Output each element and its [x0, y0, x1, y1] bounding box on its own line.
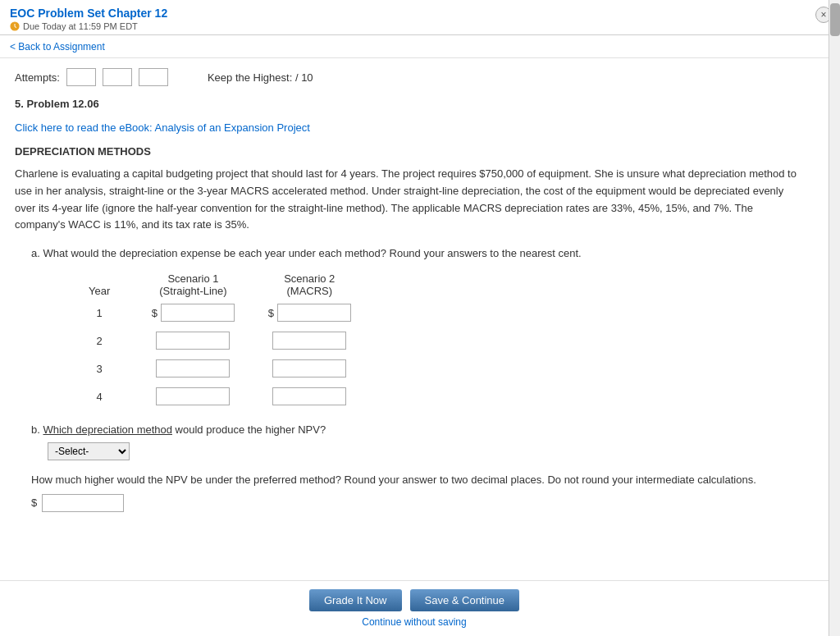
- s1-year1-input[interactable]: [161, 304, 235, 322]
- attempt-box-1: [66, 68, 96, 86]
- s2-year1-input[interactable]: [277, 304, 351, 322]
- part-a-question: a. What would the depreciation expense b…: [31, 247, 797, 259]
- table-row: 4: [64, 382, 368, 410]
- s2-year2-input[interactable]: [272, 332, 346, 350]
- year-cell-2: 2: [64, 327, 135, 355]
- s2-year3-input[interactable]: [272, 359, 346, 377]
- npv-method-select[interactable]: -Select- Straight-Line MACRS: [48, 442, 130, 460]
- attempts-label: Attempts:: [15, 71, 60, 84]
- depreciation-table: Year Scenario 1 (Straight-Line) Scenario…: [64, 269, 368, 410]
- npv-difference-input[interactable]: [42, 494, 124, 512]
- year-cell-4: 4: [64, 382, 135, 410]
- scrollbar[interactable]: [829, 0, 840, 636]
- bottom-bar: Grade It Now Save & Continue Continue wi…: [0, 580, 829, 636]
- table-row: 3: [64, 355, 368, 382]
- scenario2-cell-3: [252, 355, 368, 382]
- scenario2-cell-1: $: [252, 299, 368, 327]
- col-year-header: Year: [64, 269, 135, 299]
- save-continue-button[interactable]: Save & Continue: [410, 589, 520, 611]
- ebook-link[interactable]: Click here to read the eBook: Analysis o…: [15, 121, 797, 134]
- scrollbar-thumb[interactable]: [830, 3, 840, 36]
- year-cell-3: 3: [64, 355, 135, 382]
- s1-year2-input[interactable]: [156, 332, 230, 350]
- continue-without-saving-link[interactable]: Continue without saving: [0, 616, 829, 628]
- dollar-sign-s2-1: $: [268, 307, 274, 319]
- s1-year3-input[interactable]: [156, 359, 230, 377]
- back-to-assignment-link[interactable]: < Back to Assignment: [10, 41, 105, 53]
- scenario2-cell-2: [252, 327, 368, 355]
- page-title: EOC Problem Set Chapter 12: [10, 7, 830, 20]
- dollar-sign-s1-1: $: [152, 307, 158, 319]
- scenario1-cell-2: [135, 327, 251, 355]
- how-much-text: How much higher would the NPV be under t…: [31, 472, 797, 489]
- col-scenario2-header: Scenario 2 (MACRS): [252, 269, 368, 299]
- problem-text: Charlene is evaluating a capital budgeti…: [15, 166, 797, 234]
- table-row: 1 $ $: [64, 299, 368, 327]
- grade-it-now-button[interactable]: Grade It Now: [309, 589, 402, 611]
- table-row: 2: [64, 327, 368, 355]
- s1-year4-input[interactable]: [156, 387, 230, 405]
- part-b-label-prefix: b.: [31, 423, 43, 436]
- dollar-sign-npv: $: [31, 496, 37, 509]
- part-b-suffix: would produce the higher NPV?: [172, 423, 326, 436]
- year-cell-1: 1: [64, 299, 135, 327]
- keep-highest-value: / 10: [295, 71, 313, 84]
- scenario1-cell-1: $: [135, 299, 251, 327]
- attempt-box-2: [103, 68, 132, 86]
- problem-number: 5. Problem 12.06: [15, 98, 797, 110]
- scenario1-cell-3: [135, 355, 251, 382]
- s2-year4-input[interactable]: [272, 387, 346, 405]
- section-heading: DEPRECIATION METHODS: [15, 145, 797, 158]
- due-text: Due Today at 11:59 PM EDT: [23, 21, 138, 31]
- clock-icon: [10, 21, 20, 31]
- scenario1-cell-4: [135, 382, 251, 410]
- part-b-question: b. Which depreciation method would produ…: [31, 423, 797, 436]
- attempt-box-3: [139, 68, 168, 86]
- due-date: Due Today at 11:59 PM EDT: [10, 21, 830, 31]
- scenario2-cell-4: [252, 382, 368, 410]
- part-b-underline: Which depreciation method: [43, 423, 172, 436]
- col-scenario1-header: Scenario 1 (Straight-Line): [135, 269, 251, 299]
- keep-highest-label: Keep the Highest: / 10: [208, 71, 313, 84]
